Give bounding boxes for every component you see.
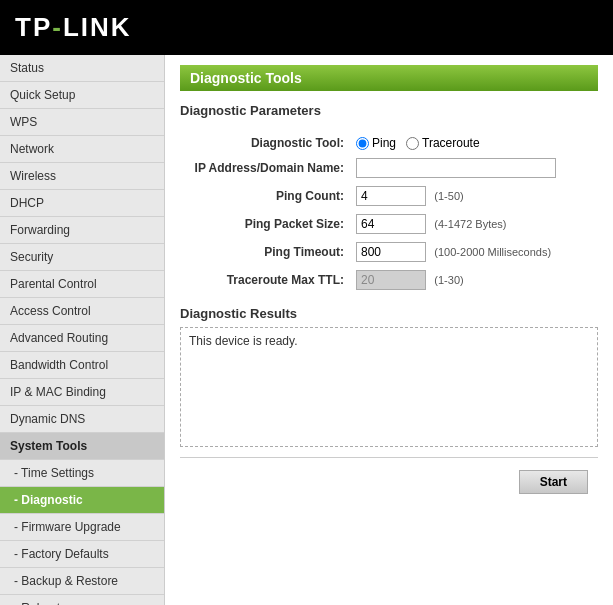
- sidebar-item-ip-mac-binding[interactable]: IP & MAC Binding: [0, 379, 164, 406]
- traceroute-max-ttl-hint: (1-30): [434, 274, 463, 286]
- sidebar-item-forwarding[interactable]: Forwarding: [0, 217, 164, 244]
- ping-packet-size-label: Ping Packet Size:: [180, 210, 350, 238]
- page-title: Diagnostic Tools: [180, 65, 598, 91]
- sidebar-item-dhcp[interactable]: DHCP: [0, 190, 164, 217]
- sidebar-item-bandwidth-control[interactable]: Bandwidth Control: [0, 352, 164, 379]
- sidebar-item-wireless[interactable]: Wireless: [0, 163, 164, 190]
- traceroute-max-ttl-input[interactable]: [356, 270, 426, 290]
- diagnostic-tool-radio-group: Ping Traceroute: [356, 136, 592, 150]
- traceroute-radio-label[interactable]: Traceroute: [406, 136, 480, 150]
- ping-count-hint: (1-50): [434, 190, 463, 202]
- ping-timeout-label: Ping Timeout:: [180, 238, 350, 266]
- sidebar-item-network[interactable]: Network: [0, 136, 164, 163]
- sidebar-item-diagnostic[interactable]: - Diagnostic: [0, 487, 164, 514]
- results-section-title: Diagnostic Results: [180, 306, 598, 321]
- sidebar-item-firmware-upgrade[interactable]: - Firmware Upgrade: [0, 514, 164, 541]
- ping-packet-size-hint: (4-1472 Bytes): [434, 218, 506, 230]
- ip-address-input[interactable]: [356, 158, 556, 178]
- sidebar-item-reboot[interactable]: - Reboot: [0, 595, 164, 605]
- sidebar-item-time-settings[interactable]: - Time Settings: [0, 460, 164, 487]
- ping-timeout-hint: (100-2000 Milliseconds): [434, 246, 551, 258]
- ping-count-label: Ping Count:: [180, 182, 350, 210]
- sidebar-item-quick-setup[interactable]: Quick Setup: [0, 82, 164, 109]
- ping-radio[interactable]: [356, 137, 369, 150]
- ping-packet-size-input[interactable]: [356, 214, 426, 234]
- logo: TP-LINK: [15, 12, 132, 43]
- diagnostic-tool-label: Diagnostic Tool:: [180, 132, 350, 154]
- traceroute-radio[interactable]: [406, 137, 419, 150]
- sidebar-item-system-tools[interactable]: System Tools: [0, 433, 164, 460]
- traceroute-max-ttl-label: Traceroute Max TTL:: [180, 266, 350, 294]
- sidebar-item-status[interactable]: Status: [0, 55, 164, 82]
- button-area: Start: [180, 470, 598, 494]
- diagnostic-params-table: Diagnostic Tool: Ping Traceroute: [180, 132, 598, 294]
- ip-address-label: IP Address/Domain Name:: [180, 154, 350, 182]
- divider: [180, 457, 598, 458]
- sidebar-item-security[interactable]: Security: [0, 244, 164, 271]
- sidebar-item-advanced-routing[interactable]: Advanced Routing: [0, 325, 164, 352]
- header: TP-LINK: [0, 0, 613, 55]
- sidebar: StatusQuick SetupWPSNetworkWirelessDHCPF…: [0, 55, 165, 605]
- results-section: Diagnostic Results This device is ready.: [180, 306, 598, 447]
- results-text: This device is ready.: [189, 334, 298, 348]
- sidebar-item-access-control[interactable]: Access Control: [0, 298, 164, 325]
- sidebar-item-backup-restore[interactable]: - Backup & Restore: [0, 568, 164, 595]
- ping-timeout-input[interactable]: [356, 242, 426, 262]
- results-box: This device is ready.: [180, 327, 598, 447]
- sidebar-item-parental-control[interactable]: Parental Control: [0, 271, 164, 298]
- ping-radio-label[interactable]: Ping: [356, 136, 396, 150]
- sidebar-item-dynamic-dns[interactable]: Dynamic DNS: [0, 406, 164, 433]
- start-button[interactable]: Start: [519, 470, 588, 494]
- sidebar-item-wps[interactable]: WPS: [0, 109, 164, 136]
- ping-count-input[interactable]: [356, 186, 426, 206]
- main-content: Diagnostic Tools Diagnostic Parameters D…: [165, 55, 613, 605]
- sidebar-item-factory-defaults[interactable]: - Factory Defaults: [0, 541, 164, 568]
- params-section-title: Diagnostic Parameters: [180, 103, 598, 122]
